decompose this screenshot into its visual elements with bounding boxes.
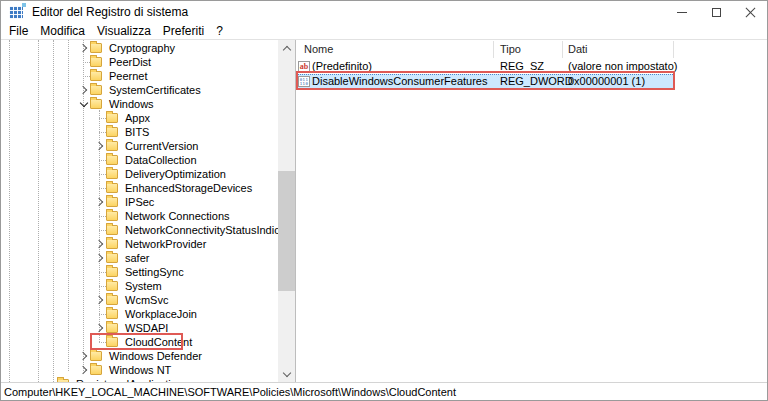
minimize-icon xyxy=(677,12,687,13)
value-name: (Predefinito) xyxy=(312,59,372,74)
tree-node-enhancedstoragedevices[interactable]: EnhancedStorageDevices xyxy=(93,181,254,195)
tree-node-label: CloudContent xyxy=(123,336,194,349)
maximize-button[interactable] xyxy=(699,1,733,24)
tree-node-registeredapplications[interactable]: RegisteredApplications xyxy=(57,377,191,382)
chevron-right-icon[interactable] xyxy=(93,251,106,265)
chevron-right-icon[interactable] xyxy=(93,321,106,335)
tree-node-cloudcontent[interactable]: CloudContent xyxy=(93,335,194,349)
scroll-up-button[interactable] xyxy=(278,40,295,57)
menu-file[interactable]: File xyxy=(3,24,34,39)
tree-guide-line xyxy=(53,40,54,382)
tree-node-wsdapi[interactable]: WSDAPI xyxy=(93,321,170,335)
chevron-glyph xyxy=(94,142,102,150)
tree-node-safer[interactable]: safer xyxy=(93,251,151,265)
scrollbar-thumb[interactable] xyxy=(278,171,295,291)
chevron-right-icon[interactable] xyxy=(77,41,90,55)
column-separator[interactable] xyxy=(673,41,674,58)
tree-node-networkconnectivitystatusindicator[interactable]: NetworkConnectivityStatusIndicator xyxy=(93,223,296,237)
tree-node-cryptography[interactable]: Cryptography xyxy=(77,41,177,55)
tree-node-label: IPSec xyxy=(123,196,156,209)
tree-node-networkprovider[interactable]: NetworkProvider xyxy=(93,237,208,251)
tree-node-wcmsvc[interactable]: WcmSvc xyxy=(93,293,170,307)
menu-modifica[interactable]: Modifica xyxy=(34,24,91,39)
tree-node-label: WSDAPI xyxy=(123,322,170,335)
chevron-glyph xyxy=(78,366,86,374)
tree-node-settingsync[interactable]: SettingSync xyxy=(93,265,186,279)
title-bar: Editor del Registro di sistema xyxy=(1,1,767,24)
tree-node-label: WorkplaceJoin xyxy=(123,308,199,321)
tree-node-systemcertificates[interactable]: SystemCertificates xyxy=(77,83,203,97)
folder-icon xyxy=(90,365,102,375)
folder-icon xyxy=(106,239,118,249)
registry-values-pane[interactable]: Nome Tipo Dati ab(Predefinito)REG_SZ(val… xyxy=(296,40,767,382)
tree-node-windows-defender[interactable]: Windows Defender xyxy=(77,349,204,363)
tree-node-windows-nt[interactable]: Windows NT xyxy=(77,363,173,377)
tree-node-datacollection[interactable]: DataCollection xyxy=(93,153,199,167)
folder-icon xyxy=(106,127,118,137)
chevron-right-icon[interactable] xyxy=(77,349,90,363)
tree-connector xyxy=(83,62,90,63)
registry-value-row--predefinito-[interactable]: ab(Predefinito)REG_SZ(valore non imposta… xyxy=(296,59,675,74)
tree-node-label: EnhancedStorageDevices xyxy=(123,182,254,195)
tree-guide-line xyxy=(68,40,69,371)
tree-node-label: Windows NT xyxy=(107,364,173,377)
list-header: Nome Tipo Dati xyxy=(296,40,767,59)
tree-connector xyxy=(99,160,106,161)
menu-visualizza[interactable]: Visualizza xyxy=(91,24,157,39)
minimize-button[interactable] xyxy=(665,1,699,24)
folder-icon xyxy=(106,267,118,277)
tree-node-label: Windows xyxy=(107,98,156,111)
scroll-down-button[interactable] xyxy=(278,365,295,382)
close-button[interactable] xyxy=(733,1,767,24)
status-bar: Computer\HKEY_LOCAL_MACHINE\SOFTWARE\Pol… xyxy=(1,382,767,400)
tree-guide-line xyxy=(38,40,39,382)
tree-connector xyxy=(99,272,106,273)
column-header-nome[interactable]: Nome xyxy=(304,40,333,59)
folder-icon xyxy=(106,169,118,179)
folder-icon xyxy=(90,43,102,53)
registry-tree-pane[interactable]: CryptographyPeerDistPeernetSystemCertifi… xyxy=(1,40,296,382)
column-separator[interactable] xyxy=(562,41,563,58)
regedit-app-icon xyxy=(9,6,23,19)
tree-node-label: SystemCertificates xyxy=(107,84,203,97)
chevron-down-icon[interactable] xyxy=(77,97,90,111)
folder-icon xyxy=(106,253,118,263)
tree-scrollbar[interactable] xyxy=(278,40,295,382)
chevron-right-icon[interactable] xyxy=(93,139,106,153)
tree-connector xyxy=(99,342,106,343)
column-header-tipo[interactable]: Tipo xyxy=(500,40,521,59)
tree-node-windows[interactable]: Windows xyxy=(77,97,156,111)
folder-icon xyxy=(106,225,118,235)
folder-icon xyxy=(106,323,118,333)
value-rows: ab(Predefinito)REG_SZ(valore non imposta… xyxy=(296,59,767,382)
folder-icon xyxy=(57,379,69,382)
chevron-right-icon[interactable] xyxy=(93,237,106,251)
chevron-right-icon[interactable] xyxy=(77,363,90,377)
tree-node-network-connections[interactable]: Network Connections xyxy=(93,209,232,223)
close-icon xyxy=(745,7,756,18)
tree-node-label: SettingSync xyxy=(123,266,186,279)
tree-node-ipsec[interactable]: IPSec xyxy=(93,195,156,209)
folder-icon xyxy=(90,85,102,95)
tree-node-label: Peernet xyxy=(107,70,150,83)
tree-node-label: safer xyxy=(123,252,151,265)
tree-node-currentversion[interactable]: CurrentVersion xyxy=(93,139,200,153)
chevron-right-icon[interactable] xyxy=(93,195,106,209)
tree-node-workplacejoin[interactable]: WorkplaceJoin xyxy=(93,307,199,321)
folder-icon xyxy=(106,183,118,193)
string-value-icon: ab xyxy=(298,61,310,72)
menu-help[interactable]: ? xyxy=(210,24,229,39)
chevron-right-icon[interactable] xyxy=(93,293,106,307)
column-separator[interactable] xyxy=(493,41,494,58)
tree-node-deliveryoptimization[interactable]: DeliveryOptimization xyxy=(93,167,228,181)
tree-connector xyxy=(99,216,106,217)
chevron-glyph xyxy=(94,198,102,206)
value-data: (valore non impostato) xyxy=(568,59,677,74)
column-header-dati[interactable]: Dati xyxy=(568,40,588,59)
chevron-right-icon[interactable] xyxy=(77,83,90,97)
chevron-glyph xyxy=(94,254,102,262)
menu-preferiti[interactable]: Preferiti xyxy=(157,24,210,39)
folder-icon xyxy=(106,141,118,151)
registry-value-row-disablewindowsconsumerfeatures[interactable]: 011110DisableWindowsConsumerFeaturesREG_… xyxy=(296,74,675,89)
scroll-down-icon xyxy=(282,368,290,376)
